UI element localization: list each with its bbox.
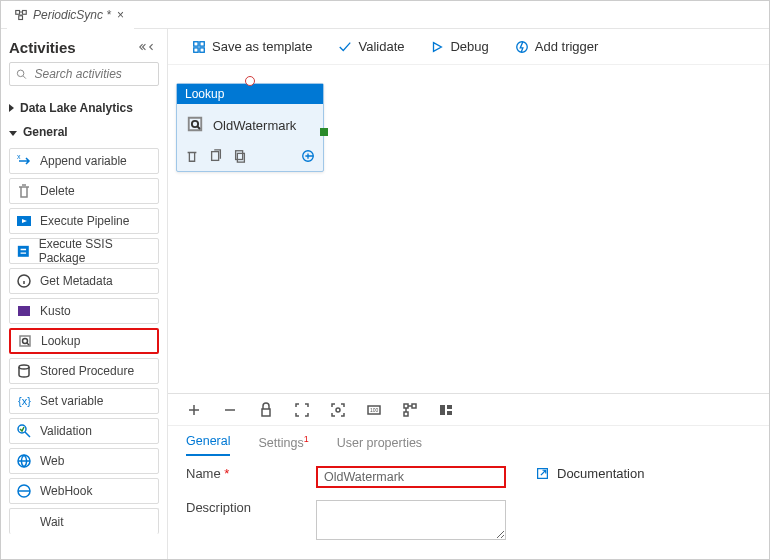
output-port[interactable]	[320, 128, 328, 136]
activity-lookup[interactable]: Lookup	[9, 328, 159, 354]
web-icon	[16, 453, 32, 469]
activity-validation[interactable]: Validation	[9, 418, 159, 444]
name-label: Name *	[186, 466, 316, 481]
node-name: OldWatermark	[213, 118, 296, 133]
kusto-icon	[16, 303, 32, 319]
metadata-icon	[16, 273, 32, 289]
documentation-link[interactable]: Documentation	[536, 466, 751, 481]
zoom-100-icon[interactable]: 100	[366, 402, 382, 418]
pipeline-tab[interactable]: PeriodicSync * ×	[7, 1, 134, 29]
svg-text:x: x	[17, 153, 21, 160]
delete-node-icon[interactable]	[185, 149, 199, 163]
lookup-icon	[185, 114, 205, 137]
svg-rect-30	[412, 404, 416, 408]
save-template-button[interactable]: Save as template	[192, 39, 312, 54]
activity-web[interactable]: Web	[9, 448, 159, 474]
property-tabs: General Settings1 User properties	[168, 426, 769, 456]
svg-rect-2	[19, 15, 23, 19]
activity-delete[interactable]: Delete	[9, 178, 159, 204]
caret-right-icon	[9, 104, 14, 112]
svg-point-3	[17, 70, 24, 77]
description-label: Description	[186, 500, 316, 515]
svg-rect-33	[447, 405, 452, 409]
activity-list: xAppend variable Delete Execute Pipeline…	[9, 148, 159, 534]
debug-button[interactable]: Debug	[430, 39, 488, 54]
fit-icon[interactable]	[294, 402, 310, 418]
activity-execute-ssis[interactable]: Execute SSIS Package	[9, 238, 159, 264]
activities-panel: Activities Data Lake Analytics General x…	[1, 29, 168, 560]
caret-down-icon	[9, 131, 17, 136]
svg-rect-15	[194, 41, 198, 45]
layout-icon[interactable]	[438, 402, 454, 418]
svg-rect-29	[404, 404, 408, 408]
activity-append-variable[interactable]: xAppend variable	[9, 148, 159, 174]
lookup-node[interactable]: Lookup OldWatermark	[176, 83, 324, 172]
canvas-toolbar: Save as template Validate Debug Add trig…	[168, 29, 769, 65]
canvas-mini-toolbar: 100	[168, 394, 769, 426]
lock-icon[interactable]	[258, 402, 274, 418]
add-output-icon[interactable]	[301, 149, 315, 163]
activities-heading: Activities	[9, 39, 159, 56]
activity-wait[interactable]: Wait	[9, 508, 159, 534]
input-port[interactable]	[245, 76, 255, 86]
activity-get-metadata[interactable]: Get Metadata	[9, 268, 159, 294]
svg-rect-18	[200, 47, 204, 51]
execute-pipeline-icon	[16, 213, 32, 229]
zoom-in-icon[interactable]	[186, 402, 202, 418]
description-input[interactable]	[316, 500, 506, 540]
activity-execute-pipeline[interactable]: Execute Pipeline	[9, 208, 159, 234]
activity-stored-procedure[interactable]: Stored Procedure	[9, 358, 159, 384]
clone-icon[interactable]	[209, 149, 223, 163]
ssis-icon	[16, 243, 31, 259]
svg-rect-25	[262, 409, 270, 416]
zoom-out-icon[interactable]	[222, 402, 238, 418]
svg-rect-23	[236, 151, 243, 160]
svg-point-20	[192, 121, 198, 127]
tab-general[interactable]: General	[186, 434, 230, 456]
validation-icon	[16, 423, 32, 439]
tab-user-properties[interactable]: User properties	[337, 436, 422, 456]
close-icon[interactable]: ×	[117, 8, 124, 22]
activity-set-variable[interactable]: {x}Set variable	[9, 388, 159, 414]
search-field[interactable]	[33, 66, 153, 82]
tab-settings[interactable]: Settings1	[258, 434, 308, 456]
svg-rect-6	[18, 246, 29, 257]
canvas[interactable]: Lookup OldWatermark	[168, 65, 769, 393]
group-data-lake[interactable]: Data Lake Analytics	[9, 96, 159, 120]
svg-point-9	[23, 339, 28, 344]
svg-rect-16	[200, 41, 204, 45]
node-type-label: Lookup	[177, 84, 323, 104]
set-variable-icon: {x}	[16, 393, 32, 409]
add-trigger-button[interactable]: Add trigger	[515, 39, 599, 54]
node-actions	[177, 143, 323, 171]
align-icon[interactable]	[402, 402, 418, 418]
delete-icon	[16, 183, 32, 199]
stored-procedure-icon	[16, 363, 32, 379]
svg-rect-22	[237, 153, 244, 162]
collapse-icon[interactable]	[139, 42, 159, 54]
copy-icon[interactable]	[233, 149, 247, 163]
general-form: Name * Documentation Description	[168, 456, 769, 550]
svg-text:100: 100	[370, 407, 379, 413]
name-input[interactable]	[316, 466, 506, 488]
lookup-icon	[17, 333, 33, 349]
svg-point-10	[19, 365, 29, 369]
svg-rect-8	[18, 306, 30, 316]
svg-text:{x}: {x}	[18, 395, 31, 407]
search-input[interactable]	[9, 62, 159, 86]
tab-title: PeriodicSync *	[33, 8, 111, 22]
activity-webhook[interactable]: WebHook	[9, 478, 159, 504]
svg-rect-32	[440, 405, 445, 415]
append-variable-icon: x	[16, 153, 32, 169]
fullscreen-icon[interactable]	[330, 402, 346, 418]
validate-button[interactable]: Validate	[338, 39, 404, 54]
group-general[interactable]: General	[9, 120, 159, 144]
wait-icon	[16, 514, 32, 530]
error-indicator: 1	[304, 434, 309, 444]
svg-rect-17	[194, 47, 198, 51]
svg-rect-21	[212, 152, 219, 161]
tab-strip: PeriodicSync * ×	[1, 1, 769, 29]
svg-rect-34	[447, 411, 452, 415]
webhook-icon	[16, 483, 32, 499]
activity-kusto[interactable]: Kusto	[9, 298, 159, 324]
